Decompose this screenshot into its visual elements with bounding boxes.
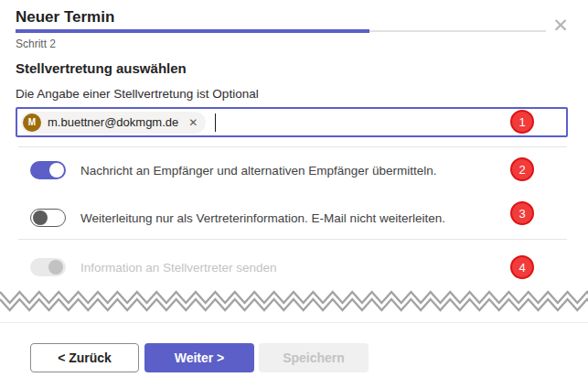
close-icon[interactable]: ✕	[548, 12, 573, 38]
step-label: Schritt 2	[16, 38, 56, 50]
toggle-knob	[49, 163, 64, 178]
step-progress-bar	[16, 29, 546, 33]
recipient-chip[interactable]: M m.buettner@dokmgm.de ✕	[21, 112, 206, 134]
annotation-badge-3: 3	[510, 201, 534, 225]
toggle-row-forward-message: Nachricht an Empfänger und alternativen …	[30, 160, 510, 180]
toggle-deputy-info-only[interactable]	[30, 209, 66, 227]
annotation-badge-1: 1	[510, 110, 534, 134]
toggle-forward-message[interactable]	[30, 161, 66, 179]
zigzag-separator	[0, 288, 588, 319]
progress-fill	[16, 29, 369, 33]
annotation-badge-2: 2	[510, 157, 534, 181]
toggle-label: Information an Stellvertreter senden	[80, 261, 277, 275]
toggle-row-send-info-to-deputy: Information an Stellvertreter senden	[30, 257, 510, 277]
toggle-knob	[48, 260, 63, 275]
deputy-recipient-input[interactable]: M m.buettner@dokmgm.de ✕	[16, 107, 568, 137]
new-appointment-dialog: Neuer Termin Schritt 2 ✕ Stellvertretung…	[0, 0, 588, 388]
back-button[interactable]: < Zurück	[30, 343, 139, 372]
toggle-knob	[33, 210, 48, 225]
toggle-row-deputy-info-only: Weiterleitung nur als Vertreterinformati…	[30, 208, 510, 228]
section-subheading: Die Angabe einer Stellvertretung ist Opt…	[16, 87, 259, 101]
save-button: Speichern	[259, 343, 369, 372]
section-heading: Stellvertretung auswählen	[16, 60, 187, 76]
toggle-label: Weiterleitung nur als Vertreterinformati…	[80, 211, 445, 225]
avatar: M	[23, 113, 41, 132]
divider	[18, 239, 567, 240]
annotation-badge-4: 4	[510, 255, 534, 279]
remove-recipient-icon[interactable]: ✕	[188, 117, 198, 128]
dialog-title: Neuer Termin	[16, 8, 114, 27]
next-button[interactable]: Weiter >	[144, 343, 254, 372]
divider	[0, 322, 588, 323]
toggle-send-info-to-deputy	[30, 258, 66, 276]
divider	[18, 146, 567, 147]
toggle-label: Nachricht an Empfänger und alternativen …	[80, 164, 436, 178]
text-caret	[215, 113, 216, 132]
recipient-email: m.buettner@dokmgm.de	[48, 115, 178, 129]
